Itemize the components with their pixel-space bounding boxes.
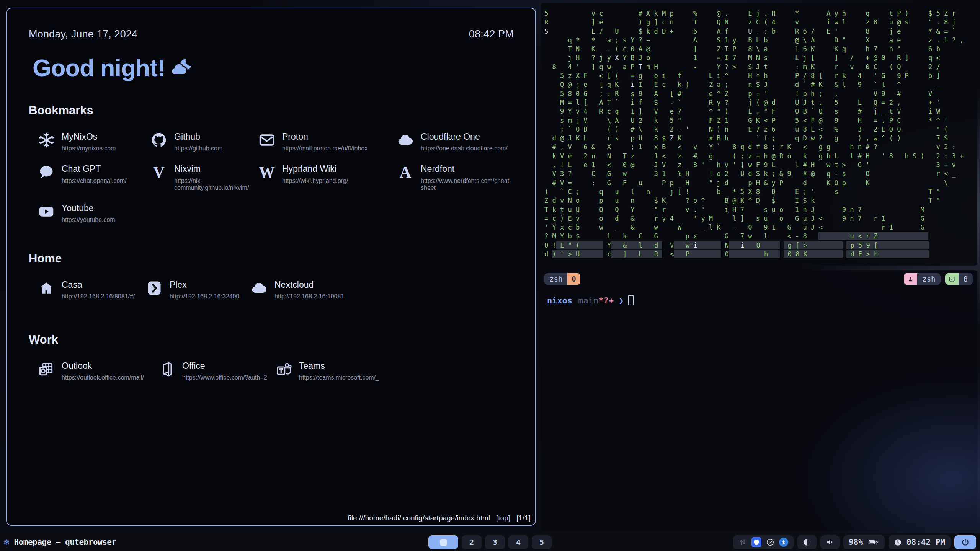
bookmark-outlook[interactable]: Outlookhttps://outlook.office.com/mail/ xyxy=(38,360,158,381)
bookmark-url: http://192.168.2.16:8081/#/ xyxy=(62,293,135,300)
bookmark-url: https://mail.proton.me/u/0/inbox xyxy=(282,145,368,152)
bookmark-nextcloud[interactable]: Nextcloudhttp://192.168.2.16:10081 xyxy=(250,279,514,300)
volume-module[interactable] xyxy=(820,535,840,549)
nix-snowflake-icon xyxy=(38,131,55,149)
bookmark-url: https://github.com xyxy=(174,145,222,152)
tmux-window-pill[interactable]: zsh 0 xyxy=(544,273,580,285)
network-arrows-icon[interactable] xyxy=(738,538,747,546)
battery-charging-icon xyxy=(868,538,879,546)
terminal-icon xyxy=(945,273,959,285)
power-icon xyxy=(961,538,970,547)
letter-a-icon: A xyxy=(397,163,414,181)
workspace-3[interactable]: 3 xyxy=(485,535,505,549)
cmatrix-terminal-window[interactable]: 5 v c # X k M p % @ . E j . H * A y h q … xyxy=(541,3,977,266)
cloud-icon xyxy=(397,131,414,149)
clock-module[interactable]: 08:42 PM xyxy=(889,535,951,549)
half-moon-icon xyxy=(803,538,811,546)
workspace-4[interactable]: 4 xyxy=(508,535,528,549)
startpage-sections: BookmarksMyNixOshttps://mynixos.comGithu… xyxy=(29,104,514,381)
clock-text: 08:42 PM xyxy=(906,538,945,547)
letter-w-icon: W xyxy=(258,163,276,181)
office-icon xyxy=(158,360,176,378)
bookmark-teams[interactable]: Teamshttps://teams.microsoft.com/_ xyxy=(275,360,514,381)
bookmark-office[interactable]: Officehttps://www.office.com/?auth=2 xyxy=(158,360,275,381)
tmux-status-pill: 8 xyxy=(945,273,973,285)
bookmark-name: Office xyxy=(182,361,267,371)
waybar-window-title-module: ❄ Homepage — qutebrowser xyxy=(4,537,116,548)
bookmark-name: Nixvim xyxy=(174,164,258,174)
section-items: Outlookhttps://outlook.office.com/mail/O… xyxy=(38,360,514,381)
startpage: Monday, June 17, 2024 08:42 PM Good nigh… xyxy=(7,8,535,381)
bookmark-url: https://chat.openai.com/ xyxy=(62,178,127,184)
bookmark-name: Github xyxy=(174,132,222,142)
text-cursor xyxy=(628,295,634,305)
youtube-icon xyxy=(38,203,55,220)
bookmark-name: Outlook xyxy=(62,361,144,371)
check-circle-icon[interactable] xyxy=(766,538,774,546)
section-title: Work xyxy=(29,333,514,347)
bookmark-url: https://nix-community.github.io/nixvim/ xyxy=(174,178,258,191)
waybar: ❄ Homepage — qutebrowser 2345 98% xyxy=(0,533,980,551)
prompt-symbol: ❯ xyxy=(619,296,624,305)
bitwarden-icon[interactable] xyxy=(751,537,761,547)
bookmark-url: https://teams.microsoft.com/_ xyxy=(299,374,379,381)
bookmark-url: https://one.dash.cloudflare.com/ xyxy=(421,145,508,152)
date-label: Monday, June 17, 2024 xyxy=(29,28,137,40)
power-button[interactable] xyxy=(954,535,976,549)
desktop: { "theme": { "window_border": "#9db1e8",… xyxy=(0,0,980,551)
bookmark-name: Plex xyxy=(170,280,239,290)
bookmark-mynixos[interactable]: MyNixOshttps://mynixos.com xyxy=(38,131,150,152)
bookmark-casa[interactable]: Casahttp://192.168.2.16:8081/#/ xyxy=(38,279,145,300)
home-icon xyxy=(38,279,55,297)
plex-chevron-icon xyxy=(145,279,163,297)
tmux-status-pill: zsh xyxy=(904,273,940,285)
letter-v-icon: V xyxy=(150,163,168,181)
qutebrowser-window[interactable]: Monday, June 17, 2024 08:42 PM Good nigh… xyxy=(6,8,536,526)
bookmark-url: http://192.168.2.16:32400 xyxy=(170,293,239,300)
tmux-status-label: zsh xyxy=(917,273,940,285)
night-light-toggle[interactable] xyxy=(797,535,817,549)
bookmark-nerdfont[interactable]: ANerdfonthttps://www.nerdfonts.com/cheat… xyxy=(397,163,514,191)
bookmark-hyprland-wiki[interactable]: WHyprland Wikihttps://wiki.hyprland.org/ xyxy=(258,163,397,191)
bluetooth-icon[interactable] xyxy=(779,538,788,547)
outlook-icon xyxy=(38,360,55,378)
moon-cloud-icon xyxy=(170,58,193,77)
speaker-icon xyxy=(826,538,834,546)
bookmark-name: Youtube xyxy=(62,204,115,213)
matrix-output: 5 v c # X k M p % @ . E j . H * A y h q … xyxy=(541,3,977,259)
system-tray xyxy=(733,535,794,549)
section-bookmarks: BookmarksMyNixOshttps://mynixos.comGithu… xyxy=(29,104,514,223)
waybar-right-modules: 98% 08:42 PM xyxy=(733,535,976,549)
shell-terminal-window[interactable]: zsh 0 zsh8 nixos main *?+ ❯ xyxy=(541,270,977,531)
workspace-2[interactable]: 2 xyxy=(462,535,482,549)
section-work: WorkOutlookhttps://outlook.office.com/ma… xyxy=(29,333,514,381)
cloud-icon xyxy=(250,279,268,297)
battery-module[interactable]: 98% xyxy=(843,535,885,549)
bookmark-name: Casa xyxy=(62,280,135,290)
bookmark-proton[interactable]: Protonhttps://mail.proton.me/u/0/inbox xyxy=(258,131,397,152)
greeting-text: Good night! xyxy=(33,54,165,82)
shell-prompt[interactable]: nixos main *?+ ❯ xyxy=(547,295,977,305)
bookmark-name: Nerdfont xyxy=(421,164,514,174)
bookmark-chat-gpt[interactable]: Chat GPThttps://chat.openai.com/ xyxy=(38,163,150,191)
qutebrowser-statusbar: file:///home/hadi/.config/startpage/inde… xyxy=(7,513,535,525)
workspace-5[interactable]: 5 xyxy=(532,535,552,549)
bookmark-youtube[interactable]: Youtubehttps://youtube.com xyxy=(38,203,150,223)
statusbar-url: file:///home/hadi/.config/startpage/inde… xyxy=(348,514,490,522)
workspaces-module: 2345 xyxy=(428,535,552,549)
active-workspace-indicator xyxy=(440,539,447,546)
bookmark-plex[interactable]: Plexhttp://192.168.2.16:32400 xyxy=(145,279,250,300)
time-label: 08:42 PM xyxy=(469,28,514,40)
tmux-right-status: zsh8 xyxy=(904,273,973,285)
bookmark-name: Nextcloud xyxy=(274,280,344,290)
bookmark-cloudflare-one[interactable]: Cloudflare Onehttps://one.dash.cloudflar… xyxy=(397,131,514,152)
bookmark-url: https://www.nerdfonts.com/cheat-sheet xyxy=(421,178,514,191)
bookmark-name: MyNixOs xyxy=(62,132,116,142)
tmux-window-name: zsh xyxy=(544,273,567,285)
section-title: Bookmarks xyxy=(29,104,514,117)
bookmark-url: https://outlook.office.com/mail/ xyxy=(62,374,144,381)
bookmark-github[interactable]: Githubhttps://github.com xyxy=(150,131,258,152)
bookmark-nixvim[interactable]: VNixvimhttps://nix-community.github.io/n… xyxy=(150,163,258,191)
workspace-1-active[interactable] xyxy=(428,535,458,549)
nixos-logo-icon: ❄ xyxy=(4,537,9,548)
